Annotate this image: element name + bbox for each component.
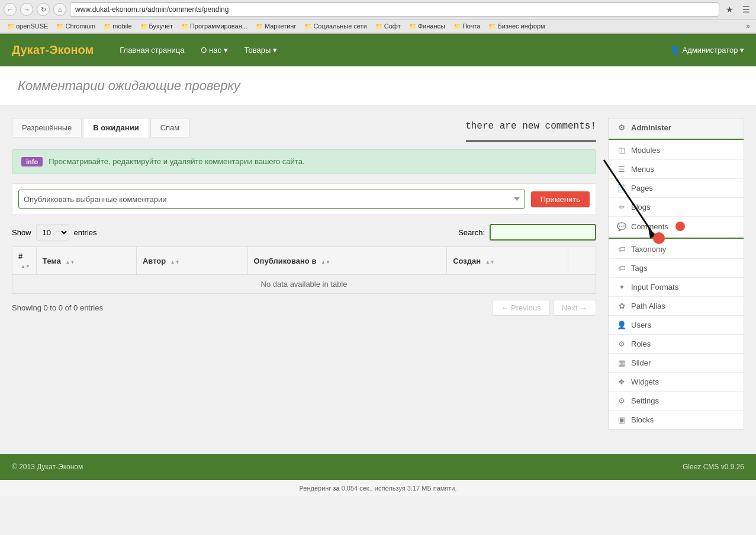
show-label: Show (12, 228, 31, 237)
forward-button[interactable]: → (20, 3, 33, 16)
folder-icon: 📁 (140, 23, 147, 30)
home-button[interactable]: ⌂ (53, 3, 66, 16)
action-bar: Опубликовать выбранные комментарии Приме… (12, 183, 596, 215)
bookmark-finance[interactable]: 📁 Финансы (406, 21, 449, 31)
sidebar-item-slider[interactable]: ▦ Slider (609, 354, 744, 373)
folder-icon: 📁 (181, 23, 188, 30)
footer-version: Gleez CMS v0.9.26 (683, 463, 744, 471)
sidebar-item-comments[interactable]: 💬 Comments (609, 217, 744, 236)
page-title: Комментарии ожидающие проверку (18, 78, 738, 94)
modules-icon: ◫ (617, 146, 626, 155)
sidebar-item-tags[interactable]: 🏷 Tags (609, 259, 744, 278)
admin-dropdown[interactable]: 👤 Администратор ▾ (670, 46, 744, 55)
main-layout: Разрешённые В ожидании Спам there are ne… (0, 106, 756, 442)
red-dot-indicator (675, 222, 685, 231)
page-title-area: Комментарии ожидающие проверку (0, 66, 756, 106)
col-published[interactable]: Опубликовано в ▲▼ (247, 247, 447, 275)
entries-select[interactable]: 10 25 50 100 (36, 224, 69, 241)
tab-approved[interactable]: Разрешённые (12, 118, 82, 137)
browser-chrome: ← → ↻ ⌂ ★ ☰ 📁 openSUSE 📁 Chromium 📁 mobi… (0, 0, 756, 34)
bookmark-opensuse[interactable]: 📁 openSUSE (4, 21, 52, 31)
content-area: Разрешённые В ожидании Спам there are ne… (12, 118, 608, 430)
slider-icon: ▦ (617, 358, 626, 367)
footer-render-info: Рендеринг за 0.054 сек., используя 3.17 … (0, 480, 756, 496)
blogs-icon: ✏ (617, 203, 626, 212)
col-number[interactable]: # ▲▼ (12, 247, 37, 275)
bookmark-programming[interactable]: 📁 Программирован... (178, 21, 251, 31)
sort-arrows-created: ▲▼ (485, 260, 495, 265)
tab-spam[interactable]: Спам (150, 118, 190, 137)
sidebar-item-blogs[interactable]: ✏ Blogs (609, 198, 744, 217)
sort-arrows-published: ▲▼ (321, 260, 330, 265)
info-badge: info (21, 157, 43, 166)
comment-tabs: Разрешённые В ожидании Спам (12, 118, 191, 137)
tab-pending[interactable]: В ожидании (83, 118, 149, 137)
col-subject[interactable]: Тема ▲▼ (36, 247, 136, 275)
sort-arrows-subject: ▲▼ (66, 260, 75, 265)
col-author[interactable]: Автор ▲▼ (136, 247, 247, 275)
apply-button[interactable]: Применить (531, 191, 590, 207)
sidebar-item-roles[interactable]: ⚙ Roles (609, 335, 744, 354)
search-label: Search: (458, 228, 485, 237)
info-box: info Просматривайте, редактируйте и удал… (12, 149, 596, 174)
nav-about[interactable]: О нас ▾ (192, 41, 236, 59)
sidebar-item-blocks[interactable]: ▣ Blocks (609, 411, 744, 430)
refresh-button[interactable]: ↻ (37, 3, 50, 16)
nav-home[interactable]: Главная страница (111, 41, 192, 59)
sidebar-item-path-alias[interactable]: ✿ Path Alias (609, 297, 744, 316)
folder-icon: 📁 (56, 23, 63, 30)
bulk-action-select[interactable]: Опубликовать выбранные комментарии (18, 190, 525, 209)
next-button[interactable]: Next → (553, 300, 596, 316)
browser-toolbar: ← → ↻ ⌂ ★ ☰ (0, 0, 756, 20)
back-button[interactable]: ← (4, 3, 17, 16)
site-logo[interactable]: Дукат-Эконом (12, 43, 94, 57)
bookmark-mobile[interactable]: 📁 mobile (100, 21, 135, 31)
sidebar-item-widgets[interactable]: ❖ Widgets (609, 373, 744, 392)
widgets-icon: ❖ (617, 377, 626, 386)
blocks-icon: ▣ (617, 415, 626, 424)
bookmark-mail[interactable]: 📁 Почта (450, 21, 484, 31)
users-icon: 👤 (617, 321, 626, 329)
bookmark-business[interactable]: 📁 Бизнес информ (485, 21, 548, 31)
sidebar-divider-2 (609, 238, 744, 239)
bookmark-buhuchet[interactable]: 📁 Бухучёт (137, 21, 176, 31)
prev-button[interactable]: ← Previous (492, 300, 549, 316)
showing-text: Showing 0 to 0 of 0 entries (12, 303, 103, 312)
folder-icon: 📁 (104, 23, 111, 30)
taxonomy-icon: 🏷 (617, 245, 626, 254)
sidebar-administer[interactable]: ⚙ Administer (609, 118, 744, 137)
site-header: Дукат-Эконом Главная страница О нас ▾ То… (0, 34, 756, 66)
col-actions (568, 247, 596, 275)
empty-row: No data available in table (12, 275, 596, 294)
search-area: Search: (458, 224, 596, 241)
nav-products[interactable]: Товары ▾ (236, 41, 285, 59)
folder-icon: 📁 (7, 23, 14, 30)
col-created[interactable]: Создан ▲▼ (447, 247, 568, 275)
bookmark-marketing[interactable]: 📁 Маркетинг (252, 21, 300, 31)
roles-icon: ⚙ (617, 339, 626, 348)
bookmark-soft[interactable]: 📁 Софт (372, 21, 404, 31)
menu-icon: ☰ (617, 165, 626, 174)
search-input[interactable] (490, 224, 596, 241)
bookmarks-more-button[interactable]: » (744, 21, 752, 31)
data-table: # ▲▼ Тема ▲▼ Автор ▲▼ Опубликовано в ▲▼ (12, 246, 596, 294)
sidebar-item-menus[interactable]: ☰ Menus (609, 160, 744, 179)
address-bar[interactable] (70, 2, 719, 17)
bookmark-star[interactable]: ★ (723, 3, 736, 16)
bookmark-social[interactable]: 📁 Социальные сети (301, 21, 370, 31)
bookmarks-bar: 📁 openSUSE 📁 Chromium 📁 mobile 📁 Бухучёт… (0, 20, 756, 33)
path-alias-icon: ✿ (617, 302, 626, 310)
sidebar-item-users[interactable]: 👤 Users (609, 316, 744, 335)
bookmark-chromium[interactable]: 📁 Chromium (53, 21, 99, 31)
gear-icon: ⚙ (617, 123, 626, 132)
sidebar-item-settings[interactable]: ⚙ Settings (609, 392, 744, 411)
sort-arrows-author: ▲▼ (170, 260, 180, 265)
sidebar-item-pages[interactable]: 📄 Pages (609, 179, 744, 198)
empty-message: No data available in table (12, 275, 596, 294)
sidebar-item-taxonomy[interactable]: 🏷 Taxonomy (609, 240, 744, 259)
sidebar-item-input-formats[interactable]: ✦ Input Formats (609, 278, 744, 297)
browser-menu[interactable]: ☰ (739, 3, 752, 16)
folder-icon: 📁 (256, 23, 263, 30)
sidebar-item-modules[interactable]: ◫ Modules (609, 141, 744, 160)
folder-icon: 📁 (453, 23, 461, 30)
